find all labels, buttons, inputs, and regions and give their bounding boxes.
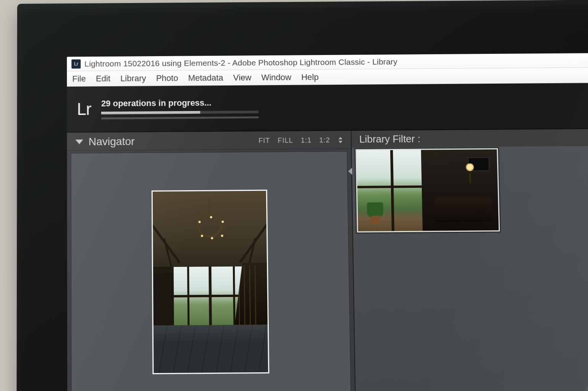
navigator-disclosure-icon[interactable]	[76, 139, 83, 144]
navigator-preview-image	[152, 189, 270, 374]
zoom-1to2[interactable]: 1:2	[319, 136, 330, 144]
menu-view[interactable]: View	[233, 73, 252, 82]
window-title: Lightroom 15022016 using Elements-2 - Ad…	[84, 57, 397, 68]
menu-metadata[interactable]: Metadata	[188, 73, 223, 83]
menu-file[interactable]: File	[72, 74, 86, 84]
identity-plate: Lr 29 operations in progress...	[67, 82, 588, 132]
panel-collapse-icon[interactable]	[348, 168, 352, 174]
library-grid[interactable]: 45	[352, 145, 588, 391]
zoom-fit[interactable]: FIT	[258, 136, 270, 144]
zoom-1to1[interactable]: 1:1	[301, 136, 312, 144]
app-icon: Lr	[71, 59, 81, 68]
zoom-fill[interactable]: FILL	[278, 136, 293, 144]
progress-bar-1	[101, 111, 258, 115]
navigator-title: Navigator	[89, 134, 258, 148]
progress-label: 29 operations in progress...	[101, 98, 258, 109]
navigator-header: Navigator FIT FILL 1:1 1:2	[67, 131, 351, 151]
menu-photo[interactable]: Photo	[156, 73, 178, 83]
progress-bar-2	[101, 116, 259, 120]
lightroom-logo-text: Lr	[77, 100, 91, 119]
library-filter-bar[interactable]: Library Filter :	[351, 129, 588, 148]
grid-index-watermark: 45	[584, 348, 588, 391]
grid-thumbnail[interactable]	[355, 148, 500, 233]
left-panel: Navigator FIT FILL 1:1 1:2	[67, 131, 356, 391]
right-panel: Library Filter :	[351, 129, 588, 391]
menu-library[interactable]: Library	[120, 73, 146, 84]
navigator-zoom-options: FIT FILL 1:1 1:2	[258, 136, 342, 145]
menu-help[interactable]: Help	[301, 72, 319, 82]
navigator-preview-area[interactable]	[71, 151, 351, 391]
library-filter-label: Library Filter :	[359, 133, 421, 145]
menu-edit[interactable]: Edit	[96, 74, 110, 84]
menu-window[interactable]: Window	[261, 72, 291, 82]
screen: Lr Lightroom 15022016 using Elements-2 -…	[67, 53, 588, 391]
zoom-stepper-icon[interactable]	[338, 137, 342, 143]
monitor-bezel: Lr Lightroom 15022016 using Elements-2 -…	[16, 0, 588, 391]
